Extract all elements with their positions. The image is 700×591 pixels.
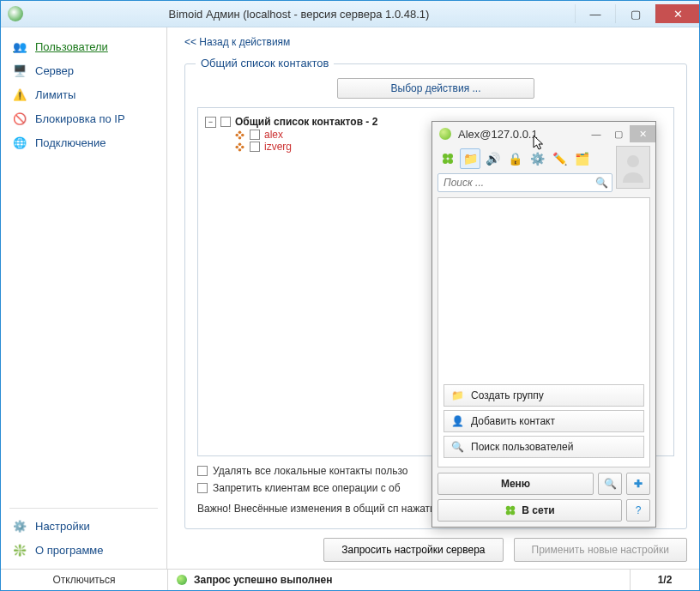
svg-point-16 bbox=[510, 506, 515, 510]
app-icon bbox=[8, 6, 23, 21]
flower-icon bbox=[234, 142, 245, 153]
clover-icon bbox=[504, 504, 516, 516]
groupbox-title: Общий список контактов bbox=[196, 57, 334, 69]
tree-child-label: alex bbox=[264, 129, 283, 141]
sidebar-item-label: Пользователи bbox=[35, 40, 108, 53]
statusbar: Отключиться Запрос успешно выполнен 1/2 bbox=[1, 569, 699, 590]
collapse-icon[interactable]: − bbox=[205, 117, 216, 128]
maximize-button[interactable]: ▢ bbox=[615, 4, 655, 23]
svg-point-9 bbox=[238, 145, 241, 148]
window-title: Bimoid Админ (localhost - версия сервера… bbox=[23, 8, 575, 21]
sidebar-item-ipblock[interactable]: 🚫 Блокировка по IP bbox=[1, 106, 166, 130]
action-label: Поиск пользователей bbox=[471, 441, 573, 453]
svg-point-4 bbox=[238, 133, 241, 136]
client-minimize-button[interactable]: ― bbox=[585, 125, 607, 142]
back-link[interactable]: << Назад к действиям bbox=[184, 36, 687, 48]
sidebar-item-about[interactable]: ❇️ О программе bbox=[1, 538, 166, 562]
sidebar-item-users[interactable]: 👥 Пользователи bbox=[1, 34, 166, 58]
toolbar-clover-icon[interactable] bbox=[438, 148, 458, 169]
sidebar-divider bbox=[9, 508, 158, 509]
globe-icon: 🌐 bbox=[13, 136, 27, 149]
minimize-button[interactable]: ― bbox=[575, 4, 615, 23]
child-checkbox[interactable] bbox=[250, 142, 260, 152]
status-message: Запрос успешно выполнен bbox=[194, 574, 333, 586]
client-titlebar[interactable]: Alex@127.0.0.1 ― ▢ ✕ bbox=[432, 122, 655, 146]
sidebar-item-label: О программе bbox=[35, 544, 104, 557]
disconnect-link[interactable]: Отключиться bbox=[1, 570, 168, 590]
privacy-button[interactable]: 🔍 bbox=[598, 473, 622, 495]
sidebar-item-label: Сервер bbox=[35, 64, 74, 77]
svg-point-7 bbox=[235, 145, 238, 148]
child-checkbox[interactable] bbox=[250, 130, 260, 140]
svg-point-8 bbox=[241, 145, 244, 148]
page-indicator: 1/2 bbox=[630, 570, 699, 590]
info-icon: ❇️ bbox=[13, 543, 27, 557]
status-message-area: Запрос успешно выполнен bbox=[168, 574, 630, 586]
apply-settings-button[interactable]: Применить новые настройки bbox=[514, 538, 687, 562]
sidebar-item-server[interactable]: 🖥️ Сервер bbox=[1, 58, 166, 82]
users-icon: 👥 bbox=[13, 39, 27, 53]
check-label: Удалять все локальные контакты пользо bbox=[213, 465, 407, 477]
toolbar-gear-icon[interactable]: ⚙️ bbox=[527, 148, 547, 169]
sidebar-main-group: 👥 Пользователи 🖥️ Сервер ⚠️ Лимиты 🚫 Бло… bbox=[1, 34, 166, 503]
client-search-box[interactable]: 🔍 bbox=[438, 173, 612, 192]
tree-child-label: izverg bbox=[264, 141, 292, 153]
window-buttons: ― ▢ ✕ bbox=[575, 4, 699, 23]
sidebar-item-limits[interactable]: ⚠️ Лимиты bbox=[1, 82, 166, 106]
online-status-icon bbox=[439, 128, 451, 140]
toolbar-edit-icon[interactable]: ✏️ bbox=[549, 148, 570, 169]
svg-point-3 bbox=[241, 133, 244, 136]
client-close-button[interactable]: ✕ bbox=[630, 125, 655, 142]
svg-point-0 bbox=[238, 130, 242, 134]
status-button[interactable]: В сети bbox=[438, 499, 622, 522]
search-icon[interactable]: 🔍 bbox=[595, 177, 608, 189]
block-icon: 🚫 bbox=[13, 112, 27, 125]
checkbox[interactable] bbox=[197, 483, 208, 493]
action-label: Добавить контакт bbox=[471, 415, 555, 427]
tree-root-label: Общий список контактов - 2 bbox=[235, 116, 377, 128]
svg-point-6 bbox=[238, 148, 242, 151]
toolbar-sound-icon[interactable]: 🔊 bbox=[482, 148, 503, 169]
checkbox[interactable] bbox=[197, 466, 208, 476]
close-button[interactable]: ✕ bbox=[655, 4, 699, 23]
svg-point-1 bbox=[238, 136, 242, 139]
sidebar-item-connection[interactable]: 🌐 Подключение bbox=[1, 130, 166, 154]
svg-point-10 bbox=[443, 154, 448, 159]
client-maximize-button[interactable]: ▢ bbox=[607, 125, 630, 142]
svg-point-12 bbox=[443, 159, 448, 164]
root-checkbox[interactable] bbox=[220, 117, 231, 127]
client-action-list: 📁 Создать группу 👤 Добавить контакт 🔍 По… bbox=[438, 379, 649, 467]
create-group-button[interactable]: 📁 Создать группу bbox=[444, 384, 644, 407]
svg-point-13 bbox=[448, 159, 453, 164]
sidebar-item-settings[interactable]: ⚙️ Настройки bbox=[1, 514, 166, 538]
toolbar-windows-icon[interactable]: 🗂️ bbox=[571, 148, 592, 169]
svg-point-2 bbox=[235, 133, 238, 136]
status-dot-icon bbox=[177, 575, 187, 585]
help-button[interactable]: ? bbox=[626, 499, 650, 522]
user-plus-icon: 👤 bbox=[451, 415, 464, 427]
client-window: Alex@127.0.0.1 ― ▢ ✕ 📁 🔊 🔒 ⚙️ ✏️ 🗂️ bbox=[431, 121, 656, 528]
client-contact-area[interactable]: 📁 Создать группу 👤 Добавить контакт 🔍 По… bbox=[438, 197, 650, 467]
titlebar[interactable]: Bimoid Админ (localhost - версия сервера… bbox=[1, 1, 699, 27]
svg-point-15 bbox=[506, 506, 510, 510]
avatar-placeholder[interactable] bbox=[616, 146, 650, 189]
toolbar-folder-icon[interactable]: 📁 bbox=[460, 148, 480, 169]
add-button[interactable]: ✚ bbox=[626, 473, 650, 495]
toolbar-lock-icon[interactable]: 🔒 bbox=[504, 148, 525, 169]
client-title: Alex@127.0.0.1 bbox=[458, 128, 585, 141]
menu-label: Меню bbox=[501, 478, 530, 490]
magnifier-icon: 🔍 bbox=[451, 441, 464, 453]
sidebar-bottom-group: ⚙️ Настройки ❇️ О программе bbox=[1, 514, 166, 562]
client-bottom-bar: Меню 🔍 ✚ В сети ? bbox=[432, 467, 655, 527]
admin-window: Bimoid Админ (localhost - версия сервера… bbox=[0, 0, 700, 591]
search-users-button[interactable]: 🔍 Поиск пользователей bbox=[444, 436, 644, 458]
choose-action-button[interactable]: Выбор действия ... bbox=[337, 78, 534, 99]
sidebar: 👥 Пользователи 🖥️ Сервер ⚠️ Лимиты 🚫 Бло… bbox=[1, 27, 167, 569]
menu-button[interactable]: Меню bbox=[438, 473, 594, 495]
status-label: В сети bbox=[522, 504, 554, 516]
client-search-input[interactable] bbox=[442, 176, 595, 190]
request-settings-button[interactable]: Запросить настройки сервера bbox=[323, 538, 503, 562]
contact-empty-space bbox=[438, 198, 649, 379]
action-label: Создать группу bbox=[471, 389, 544, 401]
add-contact-button[interactable]: 👤 Добавить контакт bbox=[444, 410, 644, 432]
